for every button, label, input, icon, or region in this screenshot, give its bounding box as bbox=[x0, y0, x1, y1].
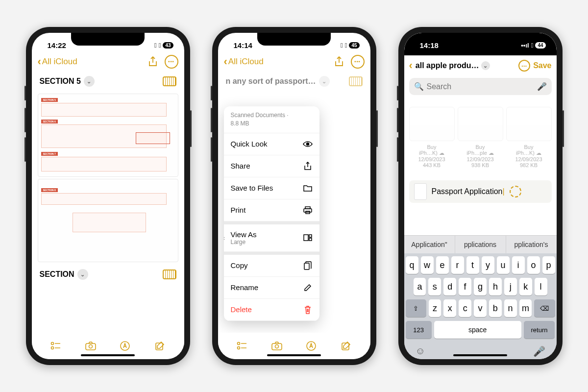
key-s[interactable]: s bbox=[428, 278, 441, 295]
suggestion[interactable]: pplications bbox=[455, 236, 506, 253]
file-item[interactable]: Buy iPh…K) ☁︎ 12/09/2023 443 KB bbox=[409, 107, 455, 168]
key-a[interactable]: a bbox=[414, 278, 426, 295]
key-d[interactable]: d bbox=[443, 278, 456, 295]
key-x[interactable]: x bbox=[443, 299, 456, 317]
menu-delete[interactable]: Delete bbox=[224, 299, 319, 321]
expand-button[interactable]: ⌄ bbox=[77, 269, 88, 280]
key-l[interactable]: l bbox=[535, 278, 547, 295]
checklist-button[interactable] bbox=[49, 339, 63, 353]
camera-button[interactable] bbox=[83, 339, 98, 353]
home-indicator[interactable] bbox=[81, 354, 135, 356]
signal-icon: 􀙇 bbox=[154, 42, 157, 49]
key-j[interactable]: j bbox=[504, 278, 517, 295]
home-indicator[interactable] bbox=[267, 354, 321, 356]
pencil-icon bbox=[303, 283, 313, 293]
key-o[interactable]: o bbox=[527, 256, 540, 274]
key-m[interactable]: m bbox=[519, 299, 532, 317]
menu-view-as[interactable]: ‹ View AsLarge bbox=[224, 221, 319, 252]
key-u[interactable]: u bbox=[497, 256, 510, 274]
key-y[interactable]: y bbox=[482, 256, 494, 274]
search-input[interactable] bbox=[427, 82, 537, 91]
home-indicator[interactable] bbox=[453, 354, 507, 356]
wifi-icon: 􀙈 bbox=[345, 42, 347, 49]
back-button[interactable]: ‹ All iCloud bbox=[38, 55, 77, 68]
key-q[interactable]: q bbox=[406, 256, 418, 274]
numbers-key[interactable]: 123 bbox=[406, 321, 432, 339]
checklist-button[interactable] bbox=[235, 339, 249, 353]
battery-indicator: 45 bbox=[349, 42, 359, 49]
key-z[interactable]: z bbox=[429, 299, 441, 317]
menu-header: Scanned Documents · 8.8 MB bbox=[224, 106, 319, 133]
key-i[interactable]: i bbox=[512, 256, 525, 274]
chevron-left-icon: ‹ bbox=[224, 55, 227, 68]
folder-title: all apple produ… bbox=[416, 61, 479, 70]
emoji-key[interactable]: ☺ bbox=[416, 345, 425, 357]
key-f[interactable]: f bbox=[459, 278, 471, 295]
key-k[interactable]: k bbox=[519, 278, 532, 295]
menu-quick-look[interactable]: Quick Look bbox=[224, 133, 319, 155]
rename-input[interactable]: Passport Application| bbox=[432, 187, 505, 196]
menu-save-files[interactable]: Save to Files bbox=[224, 177, 319, 199]
more-button[interactable]: ••• bbox=[351, 55, 365, 69]
nav-bar: ‹ All iCloud ••• bbox=[32, 52, 184, 71]
status-time: 14:14 bbox=[234, 41, 252, 49]
menu-copy[interactable]: Copy bbox=[224, 252, 319, 277]
svg-rect-11 bbox=[309, 235, 312, 237]
compose-button[interactable] bbox=[339, 339, 353, 353]
menu-rename[interactable]: Rename bbox=[224, 277, 319, 299]
keyboard: qwertyuiop asdfghjkl ⇧ zxcvbnm ⌫ 123 spa… bbox=[404, 253, 557, 359]
live-text-icon[interactable] bbox=[510, 186, 521, 197]
search-field[interactable]: 🔍 🎤 bbox=[409, 78, 552, 95]
search-icon: 🔍 bbox=[414, 82, 424, 91]
file-item[interactable]: Buy iPh…ple ☁︎ 12/09/2023 938 KB bbox=[458, 107, 503, 168]
key-p[interactable]: p bbox=[542, 256, 555, 274]
share-button[interactable] bbox=[332, 55, 346, 69]
menu-share[interactable]: Share bbox=[224, 155, 319, 177]
space-key[interactable]: space bbox=[434, 321, 521, 339]
dictation-key[interactable]: 🎤 bbox=[533, 345, 545, 357]
key-r[interactable]: r bbox=[451, 256, 464, 274]
scanned-document-2[interactable]: SECTION 8 bbox=[38, 179, 178, 262]
return-key[interactable]: return bbox=[524, 321, 555, 339]
dropdown-button[interactable]: ⌄ bbox=[481, 61, 490, 70]
key-c[interactable]: c bbox=[459, 299, 471, 317]
more-button[interactable]: ••• bbox=[518, 60, 530, 72]
expand-button[interactable]: ⌄ bbox=[84, 76, 95, 87]
back-button[interactable]: ‹ bbox=[409, 59, 413, 72]
markup-button[interactable] bbox=[304, 339, 318, 353]
key-b[interactable]: b bbox=[489, 299, 502, 317]
svg-point-1 bbox=[51, 347, 53, 349]
compose-button[interactable] bbox=[152, 339, 167, 353]
svg-point-3 bbox=[89, 345, 92, 348]
key-t[interactable]: t bbox=[466, 256, 479, 274]
key-h[interactable]: h bbox=[489, 278, 502, 295]
key-w[interactable]: w bbox=[421, 256, 434, 274]
save-button[interactable]: Save bbox=[533, 61, 551, 70]
table-button[interactable] bbox=[163, 76, 176, 86]
svg-rect-13 bbox=[304, 263, 309, 270]
menu-print[interactable]: Print bbox=[224, 199, 319, 221]
more-button[interactable]: ••• bbox=[165, 55, 178, 69]
file-item[interactable]: Buy iPh…K) ☁︎ 12/09/2023 982 KB bbox=[506, 107, 552, 168]
key-n[interactable]: n bbox=[504, 299, 517, 317]
phone-2-context-menu: 14:14 􀙇 􀙈 45 ‹ All iCloud ••• n any sort… bbox=[212, 27, 376, 365]
status-time: 14:18 bbox=[420, 41, 439, 49]
scanned-document-1[interactable]: SECTION 5 SECTION 6 SECTION 7 bbox=[38, 94, 178, 177]
dimmed-background[interactable] bbox=[218, 71, 370, 92]
svg-point-0 bbox=[51, 343, 53, 345]
markup-button[interactable] bbox=[118, 339, 132, 353]
backspace-key[interactable]: ⌫ bbox=[534, 299, 555, 317]
back-button[interactable]: ‹ All iCloud bbox=[224, 55, 264, 68]
share-button[interactable] bbox=[146, 55, 160, 69]
svg-point-14 bbox=[237, 343, 240, 345]
suggestion[interactable]: Application" bbox=[404, 236, 455, 253]
table-button[interactable] bbox=[163, 270, 176, 279]
key-g[interactable]: g bbox=[474, 278, 487, 295]
key-e[interactable]: e bbox=[436, 256, 449, 274]
key-v[interactable]: v bbox=[474, 299, 487, 317]
suggestion[interactable]: pplication's bbox=[506, 236, 557, 253]
grid-icon bbox=[303, 233, 313, 243]
shift-key[interactable]: ⇧ bbox=[406, 299, 426, 317]
camera-button[interactable] bbox=[270, 339, 284, 353]
mic-icon[interactable]: 🎤 bbox=[537, 82, 547, 91]
